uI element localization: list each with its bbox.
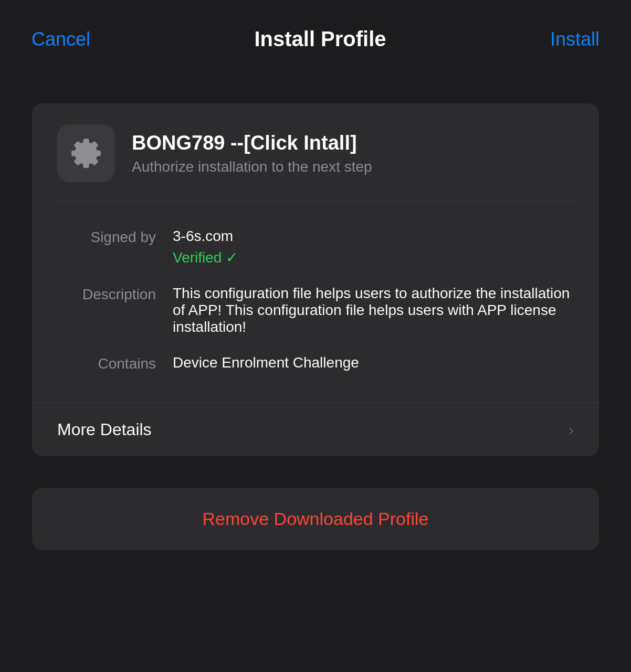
profile-subtitle: Authorize installation to the next step	[132, 159, 372, 175]
contains-row: Contains Device Enrolment Challenge	[57, 345, 574, 382]
signed-by-label: Signed by	[57, 228, 173, 246]
gear-icon	[68, 135, 104, 172]
header: Cancel Install Profile Install	[0, 0, 631, 72]
verified-label: Verified	[173, 249, 222, 266]
signed-by-row: Signed by 3-6s.com Verified ✓	[57, 218, 574, 276]
remove-profile-button[interactable]: Remove Downloaded Profile	[32, 488, 599, 550]
profile-card: BONG789 --[Click Intall] Authorize insta…	[32, 103, 599, 456]
checkmark-icon: ✓	[226, 249, 238, 266]
profile-text: BONG789 --[Click Intall] Authorize insta…	[132, 132, 372, 175]
install-button[interactable]: Install	[550, 28, 600, 50]
info-section: Signed by 3-6s.com Verified ✓ Descriptio…	[32, 202, 599, 398]
contains-label: Contains	[57, 354, 173, 372]
description-label: Description	[57, 285, 173, 303]
description-value: This configuration file helps users to a…	[173, 285, 574, 335]
more-details-button[interactable]: More Details ›	[32, 403, 599, 456]
cancel-button[interactable]: Cancel	[31, 28, 90, 50]
signed-by-value: 3-6s.com	[173, 228, 238, 245]
signed-by-value-group: 3-6s.com Verified ✓	[173, 228, 238, 266]
description-row: Description This configuration file help…	[57, 276, 574, 345]
profile-header: BONG789 --[Click Intall] Authorize insta…	[32, 103, 599, 201]
profile-name: BONG789 --[Click Intall]	[132, 132, 372, 154]
page-title: Install Profile	[254, 27, 386, 51]
remove-profile-label: Remove Downloaded Profile	[203, 509, 429, 529]
more-details-label: More Details	[57, 420, 152, 439]
chevron-right-icon: ›	[569, 421, 574, 439]
contains-value: Device Enrolment Challenge	[173, 354, 574, 371]
verified-badge: Verified ✓	[173, 249, 238, 266]
profile-icon	[57, 124, 115, 182]
